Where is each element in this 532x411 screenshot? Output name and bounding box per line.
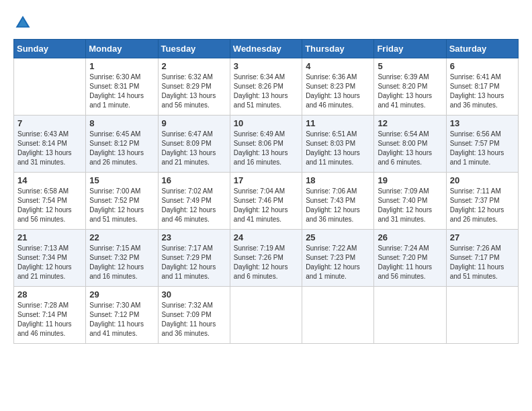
day-number: 12 bbox=[378, 118, 442, 128]
weekday-header: Monday bbox=[86, 40, 158, 58]
daylight-text: Daylight: 12 hours and 46 minutes. bbox=[162, 205, 226, 224]
daylight-text: Daylight: 12 hours and 41 minutes. bbox=[234, 205, 298, 224]
day-number: 5 bbox=[378, 61, 442, 71]
day-number: 7 bbox=[17, 118, 82, 128]
cell-info: Sunrise: 7:02 AM Sunset: 7:49 PM Dayligh… bbox=[162, 187, 226, 224]
sunrise-text: Sunrise: 6:49 AM bbox=[234, 130, 298, 139]
cell-info: Sunrise: 6:58 AM Sunset: 7:54 PM Dayligh… bbox=[17, 187, 82, 224]
sunrise-text: Sunrise: 7:04 AM bbox=[234, 187, 298, 196]
weekday-header: Saturday bbox=[446, 40, 518, 58]
cell-info: Sunrise: 6:41 AM Sunset: 8:17 PM Dayligh… bbox=[450, 73, 515, 110]
sunset-text: Sunset: 8:29 PM bbox=[162, 82, 226, 91]
sunrise-text: Sunrise: 6:39 AM bbox=[378, 73, 442, 82]
day-number: 6 bbox=[450, 61, 515, 71]
calendar-cell: 9 Sunrise: 6:47 AM Sunset: 8:09 PM Dayli… bbox=[158, 116, 230, 173]
daylight-text: Daylight: 12 hours and 56 minutes. bbox=[17, 205, 82, 224]
sunrise-text: Sunrise: 6:34 AM bbox=[234, 73, 298, 82]
sunset-text: Sunset: 7:29 PM bbox=[162, 253, 226, 263]
day-number: 27 bbox=[450, 232, 515, 242]
cell-info: Sunrise: 6:39 AM Sunset: 8:20 PM Dayligh… bbox=[378, 73, 442, 110]
sunrise-text: Sunrise: 6:58 AM bbox=[17, 187, 82, 196]
cell-info: Sunrise: 7:11 AM Sunset: 7:37 PM Dayligh… bbox=[450, 187, 515, 224]
calendar-cell: 1 Sunrise: 6:30 AM Sunset: 8:31 PM Dayli… bbox=[86, 58, 158, 116]
calendar-cell: 15 Sunrise: 7:00 AM Sunset: 7:52 PM Dayl… bbox=[86, 173, 158, 230]
sunset-text: Sunset: 7:57 PM bbox=[450, 139, 515, 148]
sunset-text: Sunset: 7:12 PM bbox=[89, 310, 154, 320]
day-number: 28 bbox=[17, 289, 82, 300]
sunset-text: Sunset: 7:46 PM bbox=[234, 196, 298, 205]
sunset-text: Sunset: 8:06 PM bbox=[234, 139, 298, 148]
day-number: 30 bbox=[162, 289, 226, 300]
day-number: 4 bbox=[306, 61, 370, 71]
day-number: 10 bbox=[234, 118, 298, 128]
day-number: 8 bbox=[89, 118, 154, 128]
sunrise-text: Sunrise: 6:54 AM bbox=[378, 130, 442, 139]
calendar-cell: 11 Sunrise: 6:51 AM Sunset: 8:03 PM Dayl… bbox=[302, 116, 374, 173]
daylight-text: Daylight: 12 hours and 36 minutes. bbox=[306, 205, 370, 224]
cell-info: Sunrise: 6:56 AM Sunset: 7:57 PM Dayligh… bbox=[450, 130, 515, 167]
calendar-cell: 22 Sunrise: 7:15 AM Sunset: 7:32 PM Dayl… bbox=[86, 230, 158, 287]
sunset-text: Sunset: 8:09 PM bbox=[162, 139, 226, 148]
sunset-text: Sunset: 7:49 PM bbox=[162, 196, 226, 205]
daylight-text: Daylight: 13 hours and 46 minutes. bbox=[306, 91, 370, 110]
daylight-text: Daylight: 13 hours and 26 minutes. bbox=[89, 148, 154, 167]
calendar-cell: 24 Sunrise: 7:19 AM Sunset: 7:26 PM Dayl… bbox=[230, 230, 302, 287]
page-header bbox=[13, 13, 519, 32]
day-number: 15 bbox=[89, 175, 154, 185]
daylight-text: Daylight: 12 hours and 31 minutes. bbox=[378, 205, 442, 224]
daylight-text: Daylight: 13 hours and 36 minutes. bbox=[450, 91, 515, 110]
sunset-text: Sunset: 8:00 PM bbox=[378, 139, 442, 148]
sunrise-text: Sunrise: 7:28 AM bbox=[17, 301, 82, 310]
day-number: 24 bbox=[234, 232, 298, 242]
calendar-cell: 30 Sunrise: 7:32 AM Sunset: 7:09 PM Dayl… bbox=[158, 287, 230, 344]
sunset-text: Sunset: 7:52 PM bbox=[89, 196, 154, 205]
sunrise-text: Sunrise: 7:19 AM bbox=[234, 244, 298, 253]
sunrise-text: Sunrise: 6:30 AM bbox=[89, 73, 154, 82]
calendar-week-row: 21 Sunrise: 7:13 AM Sunset: 7:34 PM Dayl… bbox=[14, 230, 519, 287]
calendar-cell: 5 Sunrise: 6:39 AM Sunset: 8:20 PM Dayli… bbox=[374, 58, 446, 116]
day-number: 19 bbox=[378, 175, 442, 185]
weekday-header: Wednesday bbox=[230, 40, 302, 58]
day-number: 14 bbox=[17, 175, 82, 185]
day-number: 1 bbox=[89, 61, 154, 71]
sunset-text: Sunset: 7:32 PM bbox=[89, 253, 154, 263]
sunrise-text: Sunrise: 6:41 AM bbox=[450, 73, 515, 82]
calendar-cell: 28 Sunrise: 7:28 AM Sunset: 7:14 PM Dayl… bbox=[14, 287, 86, 344]
sunrise-text: Sunrise: 6:32 AM bbox=[162, 73, 226, 82]
calendar-cell bbox=[446, 287, 518, 344]
calendar-cell: 16 Sunrise: 7:02 AM Sunset: 7:49 PM Dayl… bbox=[158, 173, 230, 230]
daylight-text: Daylight: 13 hours and 6 minutes. bbox=[378, 148, 442, 167]
sunset-text: Sunset: 8:03 PM bbox=[306, 139, 370, 148]
calendar-cell: 10 Sunrise: 6:49 AM Sunset: 8:06 PM Dayl… bbox=[230, 116, 302, 173]
daylight-text: Daylight: 13 hours and 16 minutes. bbox=[234, 148, 298, 167]
cell-info: Sunrise: 7:24 AM Sunset: 7:20 PM Dayligh… bbox=[378, 244, 442, 281]
sunrise-text: Sunrise: 6:36 AM bbox=[306, 73, 370, 82]
sunrise-text: Sunrise: 7:22 AM bbox=[306, 244, 370, 253]
sunrise-text: Sunrise: 7:26 AM bbox=[450, 244, 515, 253]
calendar-cell: 14 Sunrise: 6:58 AM Sunset: 7:54 PM Dayl… bbox=[14, 173, 86, 230]
sunrise-text: Sunrise: 7:17 AM bbox=[162, 244, 226, 253]
sunset-text: Sunset: 7:23 PM bbox=[306, 253, 370, 263]
daylight-text: Daylight: 12 hours and 1 minute. bbox=[306, 263, 370, 281]
calendar-cell: 4 Sunrise: 6:36 AM Sunset: 8:23 PM Dayli… bbox=[302, 58, 374, 116]
cell-info: Sunrise: 6:45 AM Sunset: 8:12 PM Dayligh… bbox=[89, 130, 154, 167]
calendar-cell: 7 Sunrise: 6:43 AM Sunset: 8:14 PM Dayli… bbox=[14, 116, 86, 173]
sunrise-text: Sunrise: 7:00 AM bbox=[89, 187, 154, 196]
daylight-text: Daylight: 12 hours and 51 minutes. bbox=[89, 205, 154, 224]
calendar-cell: 27 Sunrise: 7:26 AM Sunset: 7:17 PM Dayl… bbox=[446, 230, 518, 287]
sunset-text: Sunset: 8:26 PM bbox=[234, 82, 298, 91]
cell-info: Sunrise: 7:19 AM Sunset: 7:26 PM Dayligh… bbox=[234, 244, 298, 281]
daylight-text: Daylight: 13 hours and 56 minutes. bbox=[162, 91, 226, 110]
cell-info: Sunrise: 6:51 AM Sunset: 8:03 PM Dayligh… bbox=[306, 130, 370, 167]
day-number: 20 bbox=[450, 175, 515, 185]
calendar-cell: 20 Sunrise: 7:11 AM Sunset: 7:37 PM Dayl… bbox=[446, 173, 518, 230]
sunset-text: Sunset: 8:14 PM bbox=[17, 139, 82, 148]
sunrise-text: Sunrise: 6:56 AM bbox=[450, 130, 515, 139]
cell-info: Sunrise: 7:09 AM Sunset: 7:40 PM Dayligh… bbox=[378, 187, 442, 224]
cell-info: Sunrise: 7:04 AM Sunset: 7:46 PM Dayligh… bbox=[234, 187, 298, 224]
sunrise-text: Sunrise: 7:13 AM bbox=[17, 244, 82, 253]
calendar-week-row: 14 Sunrise: 6:58 AM Sunset: 7:54 PM Dayl… bbox=[14, 173, 519, 230]
calendar-cell: 13 Sunrise: 6:56 AM Sunset: 7:57 PM Dayl… bbox=[446, 116, 518, 173]
day-number: 23 bbox=[162, 232, 226, 242]
sunset-text: Sunset: 7:54 PM bbox=[17, 196, 82, 205]
